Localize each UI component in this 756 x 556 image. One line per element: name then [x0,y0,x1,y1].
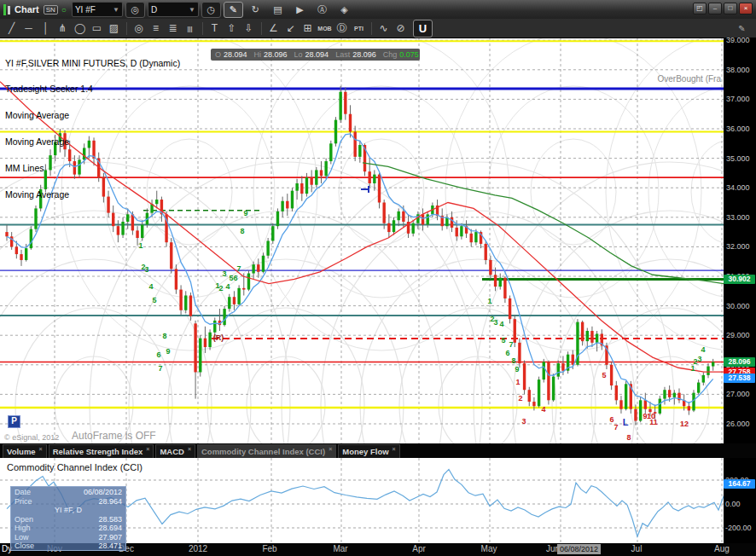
rectangle-tool[interactable]: ▭ [89,20,105,37]
main-chart-pane[interactable]: 1234586971234567891234567891234567891011… [0,38,756,443]
selected-date-highlight: 06/08/2012 [557,544,601,554]
arrows-tool[interactable]: ↙ [282,20,299,37]
time-axis-label: Mar [333,544,347,553]
parallel-lines-tool[interactable]: ▨ [106,20,122,37]
seeker-marker: 8 [626,433,631,442]
tab-label: MACD [160,447,184,456]
drawing-toolbar: ╱─│⋔◯▭▨◎≡≣|||T⇧⇩∠↙⊞MOBⒹPTI∿⊘U✎ [0,19,756,38]
seeker-marker: 4 [225,282,230,291]
seeker-marker: 1 [515,378,520,386]
horizontal-line-tool[interactable]: ─ [20,20,37,37]
title-bar: Chart SN ○ YI #F ▼ ◎ D ▼ ◷ ✎ ↻ ▤ ▶ Ⓐ ◈ ◰… [0,0,756,20]
tab-close-icon[interactable]: × [393,446,396,452]
pti-tool[interactable]: PTI [351,20,367,37]
quote-board-icon[interactable]: ▤ [268,2,288,18]
time-axis-label: Aug [714,544,730,553]
arrow-down-tool[interactable]: ⇩ [241,20,257,37]
pencil-button[interactable]: ✎ [224,2,243,18]
arrow-up-tool[interactable]: ⇧ [224,20,240,37]
tab-relative-strength-index[interactable]: Relative Strength Index× [49,444,154,458]
price-axis-label: 34.000 [726,183,750,192]
trend-line-tool[interactable]: ╱ [3,20,20,37]
seeker-marker: 8 [240,227,244,235]
play-icon[interactable]: ▶ [290,2,310,18]
seeker-marker: 9 [166,347,170,356]
fib-time-tool[interactable]: ||| [182,20,198,37]
shortcut-badge: SN [44,5,58,14]
p-badge[interactable]: P [8,415,20,428]
symbol-combo[interactable]: YI #F ▼ [72,2,123,17]
tab-macd[interactable]: MACD× [155,444,195,458]
ellipse-tool[interactable]: ◯ [72,20,88,37]
chevron-down-icon: ▼ [113,6,119,14]
popout-button[interactable]: ◰ [693,3,707,14]
seeker-marker: 6 [233,274,237,282]
tooltip-close-value: 28.471 [98,542,122,551]
tab-close-icon[interactable]: × [39,446,43,452]
eraser-tool[interactable]: ⊘ [393,20,409,37]
maximize-button[interactable]: □ [724,3,737,14]
open-label: O [215,50,221,59]
vertical-line-tool[interactable]: │ [38,20,54,37]
cci-axis[interactable]: 200.000.00-200.00164.67 [724,458,756,543]
fib-retracement-tool[interactable]: ≡ [148,20,164,37]
seeker-marker: 6 [156,350,160,359]
price-axis[interactable]: 39.00038.00037.00036.00035.00034.00033.0… [724,38,756,443]
seeker-marker: 7 [509,340,513,349]
mob-tool[interactable]: MOB [317,20,333,37]
redo-icon[interactable]: ↻ [246,2,265,18]
tooltip-low-value: 27.907 [98,533,122,542]
study-tab-bar: Volume×Relative Strength Index×MACD×Comm… [0,443,756,458]
seeker-marker: 8 [511,356,515,365]
low-label: Lo [294,50,303,59]
chart-window: Chart SN ○ YI #F ▼ ◎ D ▼ ◷ ✎ ↻ ▤ ▶ Ⓐ ◈ ◰… [0,0,756,556]
price-axis-label: 30.000 [726,302,750,310]
interval-combo[interactable]: D ▼ [148,2,199,17]
trend-angle-tool[interactable]: ∠ [265,20,282,37]
seeker-marker: 7 [236,264,241,273]
price-axis-label: 39.000 [726,36,750,44]
text-tool[interactable]: T [206,20,223,37]
minimize-button[interactable]: – [708,3,722,14]
seeker-marker: 6 [505,349,509,357]
fib-extension-tool[interactable]: ≣ [165,20,181,37]
seeker-marker: L [623,417,629,427]
symbol-settings-button[interactable]: ◎ [125,2,145,18]
low-value: 28.094 [305,50,329,59]
u-tool[interactable]: U [413,20,433,38]
price-axis-label: 27.000 [726,390,750,398]
seeker-marker: 1 [138,241,142,250]
toolbar-separator [371,22,372,35]
seeker-marker: 5 [501,336,505,345]
close-button[interactable]: × [739,3,753,14]
tab-close-icon[interactable]: × [188,446,191,452]
price-axis-label: 36.000 [726,125,750,133]
seeker-marker: 3 [697,355,701,363]
tooltip-price-label: Price [15,497,32,507]
price-tag: 28.096 [724,357,755,367]
pitchfork-tool[interactable]: ⋔ [55,20,71,37]
chart-legend: YI #F,SILVER MINI FUTURES, D (Dynamic) T… [5,41,180,217]
tab-label: Relative Strength Index [53,447,143,456]
tab-volume[interactable]: Volume× [3,444,47,458]
tab-close-icon[interactable]: × [146,446,149,452]
grid-tool[interactable]: ⊞ [299,20,316,37]
fib-circles-tool[interactable]: ◎ [131,20,147,37]
price-tag: 27.538 [724,374,755,383]
time-template-button[interactable]: ◷ [201,2,221,18]
tooltip-date-label: Date [15,488,31,497]
tab-commodity-channel-index-cci-[interactable]: Commodity Channel Index (CCI)× [197,444,336,458]
seeker-marker: 7 [158,364,162,373]
d-circle-tool[interactable]: Ⓓ [334,20,350,37]
style-tool-icon[interactable]: ✎ [734,20,750,37]
tab-money-flow[interactable]: Money Flow× [338,444,399,458]
seeker-marker: 2 [518,394,522,403]
price-axis-label: 29.000 [726,331,750,339]
chevron-down-icon: ▼ [189,6,195,14]
tooltip-high-value: 28.694 [98,524,122,533]
wave-tool[interactable]: ∿ [375,20,392,37]
tab-close-icon[interactable]: × [329,446,332,452]
brush-icon[interactable]: ◈ [334,2,354,18]
cci-axis-label: 0.00 [725,500,741,508]
auto-icon[interactable]: Ⓐ [312,2,332,18]
